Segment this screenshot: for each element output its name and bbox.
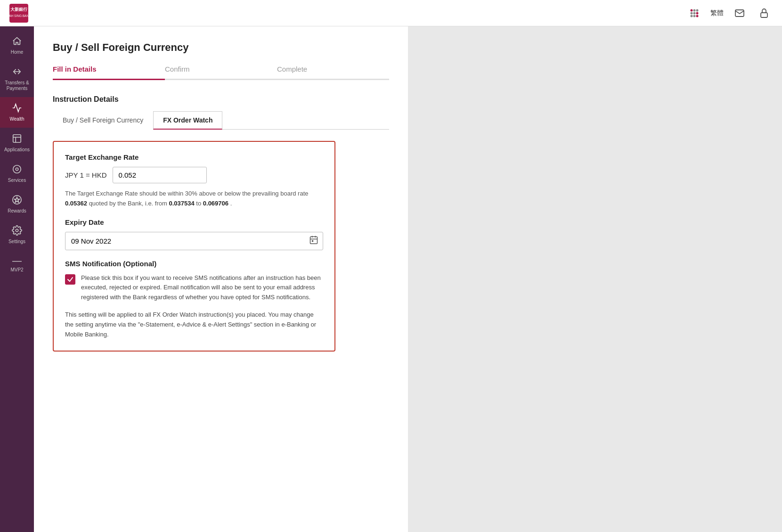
sidebar-item-transfers[interactable]: Transfers &Payments	[0, 61, 34, 97]
sms-checkbox[interactable]	[65, 274, 75, 285]
sidebar-label-applications: Applications	[4, 147, 30, 153]
svg-text:DAH SING BANK: DAH SING BANK	[9, 14, 28, 17]
sidebar-label-mvp2: MVP2	[10, 267, 23, 273]
sidebar: Home Transfers &Payments Wealth	[0, 26, 34, 532]
svg-point-9	[691, 15, 693, 17]
sms-additional-text: This setting will be applied to all FX O…	[65, 310, 323, 339]
svg-point-18	[16, 168, 18, 171]
expiry-date-input[interactable]	[65, 232, 323, 250]
sidebar-item-wealth[interactable]: Wealth	[0, 97, 34, 128]
svg-point-5	[696, 9, 699, 11]
instruction-details-title: Instruction Details	[53, 95, 389, 104]
target-rate-label: Target Exchange Rate	[65, 153, 323, 161]
services-icon	[12, 164, 22, 176]
sms-checkbox-text: Please tick this box if you want to rece…	[81, 273, 323, 303]
mail-button[interactable]	[731, 5, 748, 22]
page-title: Buy / Sell Foreign Currency	[53, 41, 389, 54]
svg-rect-0	[9, 4, 28, 23]
svg-rect-14	[13, 135, 21, 143]
sub-tab-buy-sell[interactable]: Buy / Sell Foreign Currency	[53, 111, 153, 130]
sidebar-item-services[interactable]: Services	[0, 158, 34, 189]
form-card: Target Exchange Rate JPY 1 = HKD The Tar…	[53, 141, 335, 352]
svg-point-11	[696, 15, 699, 17]
apps-button[interactable]	[686, 5, 703, 22]
applications-icon	[12, 133, 22, 145]
rewards-icon	[12, 195, 22, 206]
mvp2-icon: —	[12, 256, 22, 265]
svg-point-21	[16, 229, 18, 232]
tab-confirm[interactable]: Confirm	[165, 65, 277, 79]
svg-text:大新銀行: 大新銀行	[10, 7, 28, 12]
right-area	[408, 26, 782, 532]
header-right: 繁體	[686, 5, 773, 22]
content-area: Buy / Sell Foreign Currency Fill in Deta…	[34, 26, 408, 532]
bank-logo: 大新銀行 DAH SING BANK	[9, 4, 28, 23]
sidebar-label-transfers: Transfers &Payments	[5, 80, 29, 91]
svg-point-17	[13, 165, 21, 173]
content-inner: Buy / Sell Foreign Currency Fill in Deta…	[34, 26, 408, 532]
checkbox-row: Please tick this box if you want to rece…	[65, 273, 323, 303]
expiry-date-label: Expiry Date	[65, 218, 323, 226]
svg-marker-20	[15, 197, 20, 203]
transfers-icon	[12, 66, 22, 78]
progress-tabs: Fill in Details Confirm Complete	[53, 65, 389, 80]
sidebar-label-wealth: Wealth	[10, 116, 24, 122]
sub-tab-fx-order[interactable]: FX Order Watch	[153, 111, 222, 130]
tab-complete[interactable]: Complete	[277, 65, 389, 79]
tab-fill-details[interactable]: Fill in Details	[53, 65, 165, 79]
sidebar-label-settings: Settings	[8, 239, 25, 245]
lock-button[interactable]	[756, 5, 773, 22]
svg-point-6	[691, 12, 693, 14]
main-layout: Home Transfers &Payments Wealth	[0, 26, 782, 532]
home-icon	[12, 36, 22, 48]
sidebar-item-mvp2[interactable]: — MVP2	[0, 250, 34, 278]
sub-tabs: Buy / Sell Foreign Currency FX Order Wat…	[53, 111, 389, 130]
rate-row: JPY 1 = HKD	[65, 167, 323, 183]
svg-point-4	[693, 9, 696, 11]
sidebar-item-rewards[interactable]: Rewards	[0, 189, 34, 220]
sms-label: SMS Notification (Optional)	[65, 260, 323, 268]
wealth-icon	[12, 103, 22, 115]
sidebar-label-rewards: Rewards	[8, 208, 26, 214]
rate-prefix: JPY 1 = HKD	[65, 171, 107, 179]
sidebar-item-applications[interactable]: Applications	[0, 128, 34, 158]
svg-rect-13	[761, 13, 767, 17]
settings-icon	[12, 225, 22, 237]
svg-point-8	[696, 12, 699, 14]
svg-point-7	[693, 12, 696, 14]
rate-input[interactable]	[113, 167, 207, 183]
sidebar-label-home: Home	[11, 49, 24, 55]
lang-button[interactable]: 繁體	[710, 9, 724, 17]
sidebar-item-settings[interactable]: Settings	[0, 220, 34, 250]
svg-point-10	[693, 15, 696, 17]
svg-point-3	[691, 9, 693, 11]
sidebar-item-home[interactable]: Home	[0, 30, 34, 61]
date-input-wrapper	[65, 232, 323, 250]
logo-area: 大新銀行 DAH SING BANK	[9, 4, 28, 23]
sidebar-label-services: Services	[8, 178, 26, 183]
header: 大新銀行 DAH SING BANK 繁體	[0, 0, 782, 26]
rate-info: The Target Exchange Rate should be withi…	[65, 189, 323, 209]
